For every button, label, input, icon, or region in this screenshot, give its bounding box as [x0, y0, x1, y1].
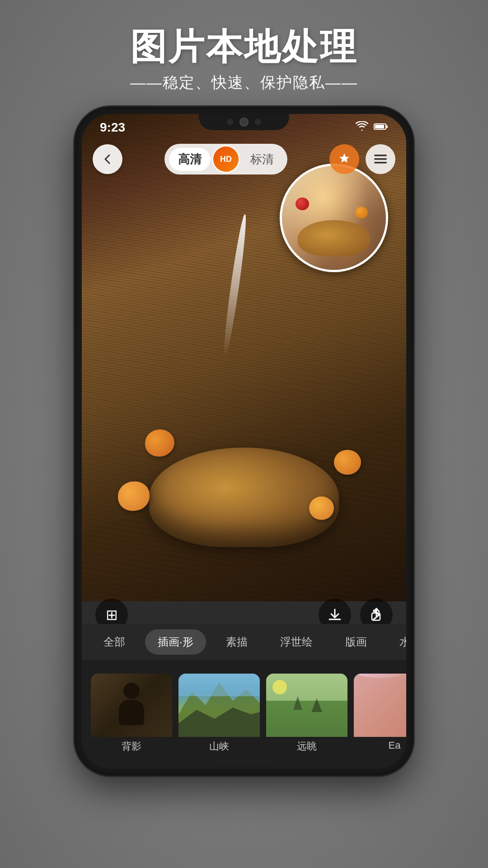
- style-thumb-2[interactable]: 山峡: [178, 674, 260, 755]
- thumb-content-4: [354, 674, 406, 737]
- adjust-icon: ⊞: [106, 606, 118, 623]
- fruit-1: [118, 481, 150, 511]
- notch-camera: [239, 118, 249, 127]
- main-artwork-area: [82, 114, 406, 601]
- status-time: 9:23: [100, 120, 125, 135]
- back-button[interactable]: [93, 144, 122, 174]
- thumb-content-2: [178, 674, 260, 737]
- phone-wrapper: 9:23: [75, 107, 413, 776]
- back-icon: [101, 153, 114, 165]
- filter-tabs: 全部 插画·形 素描 浮世绘 版画 水彩: [82, 624, 406, 660]
- thumb-content-3: [266, 674, 347, 737]
- style-thumb-3[interactable]: 远眺: [266, 674, 347, 755]
- filter-tab-watercolor[interactable]: 水彩: [387, 629, 406, 655]
- notch-dot: [227, 119, 233, 125]
- distant-svg: [266, 674, 347, 737]
- ea-svg: [354, 674, 406, 737]
- menu-button[interactable]: [366, 144, 395, 174]
- quality-selector-inner: 高清 HD 标清: [164, 144, 287, 175]
- fruit-2: [334, 450, 361, 475]
- style-thumbnails: 背影 山峡: [82, 660, 406, 769]
- preview-fruit-red: [296, 198, 309, 210]
- filter-tab-illustration[interactable]: 插画·形: [145, 629, 206, 655]
- svg-rect-1: [386, 125, 388, 128]
- notch: [199, 114, 289, 130]
- preview-inner: [282, 166, 386, 270]
- page-header: 图片本地处理 ——稳定、快速、保护隐私——: [130, 0, 358, 107]
- preview-bowl: [298, 220, 370, 256]
- toolbar: 高清 HD 标清: [82, 141, 406, 177]
- preview-circle[interactable]: [280, 164, 388, 272]
- bowl-element: [149, 448, 339, 547]
- star-button[interactable]: [329, 144, 359, 174]
- silhouette-head: [123, 683, 140, 699]
- home-icon: [337, 151, 352, 167]
- battery-icon: [374, 122, 388, 133]
- preview-fruit-orange: [355, 207, 368, 218]
- phone-screen: 9:23: [82, 114, 406, 769]
- page-title: 图片本地处理: [130, 27, 358, 67]
- svg-rect-6: [374, 162, 387, 164]
- canyon-svg: [178, 674, 260, 737]
- filter-tab-sketch[interactable]: 素描: [213, 629, 260, 655]
- silhouette-body: [119, 700, 144, 725]
- wifi-icon: [356, 121, 368, 134]
- quality-high-option[interactable]: 高清: [169, 148, 211, 171]
- thumb-label-3: 远眺: [266, 737, 347, 753]
- quality-selector: 高清 HD 标清: [164, 144, 287, 175]
- status-icons: [356, 121, 388, 134]
- phone-frame: 9:23: [75, 107, 413, 776]
- svg-point-12: [272, 680, 287, 694]
- svg-rect-2: [375, 125, 384, 128]
- svg-rect-9: [178, 674, 260, 696]
- toolbar-right: [329, 144, 395, 174]
- download-icon: [327, 607, 343, 623]
- filter-tab-ukiyo[interactable]: 浮世绘: [267, 629, 325, 655]
- fruit-3: [309, 496, 334, 520]
- filter-tab-all[interactable]: 全部: [91, 629, 138, 655]
- filter-tab-woodblock[interactable]: 版画: [333, 629, 380, 655]
- hd-badge: HD: [213, 146, 239, 172]
- quality-standard-option[interactable]: 标清: [241, 148, 283, 171]
- menu-icon: [373, 153, 388, 165]
- share-icon: [368, 607, 385, 623]
- thumb-label-1: 背影: [91, 737, 172, 753]
- svg-rect-11: [266, 701, 347, 737]
- svg-rect-4: [374, 155, 387, 156]
- silhouette: [118, 683, 145, 723]
- notch-dot-2: [255, 119, 261, 125]
- svg-rect-5: [374, 158, 387, 160]
- thumb-label-2: 山峡: [178, 737, 260, 753]
- thumb-label-4: Ea: [354, 737, 406, 751]
- style-thumb-1[interactable]: 背影: [91, 674, 172, 755]
- style-thumb-4[interactable]: Ea: [354, 674, 406, 755]
- page-subtitle: ——稳定、快速、保护隐私——: [130, 72, 358, 93]
- thumb-content-1: [91, 674, 172, 737]
